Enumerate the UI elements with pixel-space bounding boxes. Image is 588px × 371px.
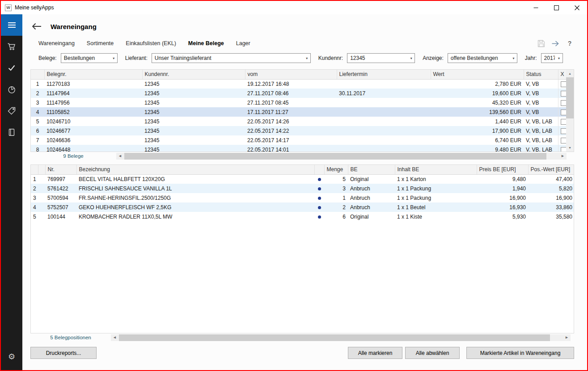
- col-belegnr[interactable]: Belegnr.: [44, 70, 142, 79]
- position-row[interactable]: 5 100144 KROMBACHER RADLER 11X0,5L MW 6 …: [31, 212, 574, 221]
- col-kundennr[interactable]: Kundennr.: [142, 70, 245, 79]
- close-button[interactable]: [567, 1, 587, 14]
- order-row[interactable]: 3 11147956 12345 27.11.2017 08:45 45,320…: [31, 98, 568, 107]
- positions-table: Nr. Bezeichnung Menge BE Inhalt BE Preis…: [31, 165, 574, 221]
- row-checkbox[interactable]: [561, 119, 567, 125]
- status-dot-icon: [318, 178, 321, 181]
- back-arrow-icon[interactable]: [30, 20, 43, 33]
- positions-table-panel: Nr. Bezeichnung Menge BE Inhalt BE Preis…: [30, 164, 574, 333]
- row-checkbox[interactable]: [561, 128, 567, 134]
- filterbar: Belege: Bestellungen▼ Lieferant: Unser T…: [30, 50, 574, 66]
- alle-abwaehlen-button[interactable]: Alle abwählen: [405, 347, 460, 359]
- orders-count-label: 9 Belege: [30, 153, 116, 159]
- row-checkbox[interactable]: [561, 110, 567, 115]
- position-row[interactable]: 2 5761422 FRISCHLI SAHNESAUCE VANILLA 1L…: [31, 184, 574, 193]
- app-logo-icon: W: [5, 4, 12, 11]
- kundennr-label: Kundennr:: [318, 55, 343, 61]
- app-window: W Meine sellyApps: [0, 0, 588, 371]
- belege-dropdown[interactable]: Bestellungen▼: [61, 53, 118, 63]
- order-row[interactable]: 1 11270183 12345 19.12.2017 16:48 2,780 …: [31, 79, 568, 89]
- col-preis[interactable]: Preis BE [EUR]: [477, 165, 528, 174]
- positions-footer: 5 Belegpositionen ◀ ▶: [30, 333, 574, 341]
- status-dot-icon: [318, 206, 321, 209]
- tab-einkaufslisten[interactable]: Einkaufslisten (EKL): [126, 40, 176, 46]
- cart-icon[interactable]: [1, 36, 22, 57]
- lieferant-label: Lieferant:: [125, 55, 148, 61]
- orders-vertical-scrollbar[interactable]: ▲ ▼: [566, 70, 574, 152]
- positions-header-row: Nr. Bezeichnung Menge BE Inhalt BE Preis…: [31, 165, 574, 174]
- order-row[interactable]: 2 11147964 12345 27.11.2017 08:46 30.11.…: [31, 89, 568, 98]
- save-icon[interactable]: [537, 39, 546, 48]
- position-row[interactable]: 3 5700594 FR.SAHNE-HERINGSFIL.2500/1250G…: [31, 193, 574, 202]
- scroll-down-icon[interactable]: ▼: [566, 144, 574, 152]
- scrollbar-thumb[interactable]: [566, 77, 574, 118]
- markierte-artikel-button[interactable]: Markierte Artikel in Wareneingang: [466, 347, 574, 359]
- order-row[interactable]: 7 10246636 12345 22.05.2017 14:17 6,740 …: [31, 135, 568, 145]
- druckreports-button[interactable]: Druckreports...: [30, 347, 97, 359]
- scrollbar-thumb[interactable]: [124, 153, 546, 160]
- kundennr-dropdown[interactable]: 12345▼: [347, 53, 415, 63]
- titlebar: W Meine sellyApps: [1, 1, 587, 14]
- scroll-right-icon[interactable]: ▶: [563, 334, 571, 341]
- order-row[interactable]: 5 10246710 12345 22.05.2017 14:26 1,440 …: [31, 117, 568, 126]
- tab-wareneingang[interactable]: Wareneingang: [38, 40, 75, 46]
- order-row[interactable]: 8 10246448 12345 22.05.2017 14:01 9,480 …: [31, 145, 568, 152]
- orders-horizontal-scrollbar[interactable]: ◀ ▶: [116, 153, 567, 160]
- jahr-dropdown[interactable]: 2017▼: [541, 53, 563, 63]
- scroll-right-icon[interactable]: ▶: [559, 153, 567, 160]
- checkmark-icon[interactable]: [1, 57, 22, 79]
- orders-table: Belegnr. Kundennr. vom Liefertermin Wert…: [31, 70, 568, 152]
- scrollbar-thumb[interactable]: [119, 334, 550, 341]
- col-menge[interactable]: Menge: [324, 165, 348, 174]
- action-bar: Druckreports... Alle markieren Alle abwä…: [30, 347, 574, 359]
- alle-markieren-button[interactable]: Alle markieren: [348, 347, 402, 359]
- orders-header-row: Belegnr. Kundennr. vom Liefertermin Wert…: [31, 70, 568, 79]
- position-row[interactable]: 1 769997 BECEL VITAL HALBFETT 120X20G 5 …: [31, 174, 574, 184]
- row-checkbox[interactable]: [561, 138, 567, 143]
- page-header: Wareneingang: [30, 14, 574, 37]
- catalog-book-icon[interactable]: [1, 122, 22, 143]
- scroll-left-icon[interactable]: ◀: [111, 334, 118, 341]
- belege-label: Belege:: [38, 55, 57, 61]
- col-wert[interactable]: Wert: [431, 70, 524, 79]
- positions-horizontal-scrollbar[interactable]: ◀ ▶: [111, 334, 571, 341]
- tab-meine-belege[interactable]: Meine Belege: [188, 40, 224, 46]
- main-content: Wareneingang Wareneingang Sortimente Ein…: [22, 14, 587, 370]
- col-bezeichnung[interactable]: Bezeichnung: [76, 165, 314, 174]
- row-checkbox[interactable]: [561, 147, 567, 152]
- row-checkbox[interactable]: [561, 100, 567, 106]
- col-status[interactable]: Status: [524, 70, 558, 79]
- lieferant-dropdown[interactable]: Unser Trainingslieferant▼: [152, 53, 311, 63]
- scroll-left-icon[interactable]: ◀: [116, 153, 124, 160]
- chevron-down-icon: ▼: [512, 57, 515, 60]
- settings-gear-icon[interactable]: ⚙: [1, 346, 22, 367]
- positions-count-label: 5 Belegpositionen: [30, 335, 111, 340]
- col-vom[interactable]: vom: [245, 70, 337, 79]
- pie-chart-icon[interactable]: [1, 79, 22, 100]
- forward-arrow-icon[interactable]: [551, 39, 560, 48]
- chevron-down-icon: ▼: [112, 57, 115, 60]
- tab-lager[interactable]: Lager: [236, 40, 250, 46]
- anzeige-dropdown[interactable]: offene Bestellungen▼: [448, 53, 517, 63]
- col-liefertermin[interactable]: Liefertermin: [337, 70, 431, 79]
- position-row[interactable]: 4 5752507 GEKO HUEHNERFLEISCH WF 2,5KG 2…: [31, 202, 574, 212]
- col-be[interactable]: BE: [348, 165, 395, 174]
- status-dot-icon: [318, 197, 321, 200]
- hamburger-menu-icon[interactable]: [1, 14, 22, 36]
- tab-sortimente[interactable]: Sortimente: [87, 40, 114, 46]
- chevron-down-icon: ▼: [410, 57, 413, 60]
- minimize-button[interactable]: [525, 1, 546, 14]
- row-checkbox[interactable]: [561, 81, 567, 87]
- price-tag-icon[interactable]: [1, 100, 22, 122]
- status-dot-icon: [318, 187, 321, 190]
- help-icon[interactable]: ?: [565, 39, 574, 48]
- col-nr[interactable]: Nr.: [45, 165, 76, 174]
- col-inhalt[interactable]: Inhalt BE: [395, 165, 477, 174]
- scroll-up-icon[interactable]: ▲: [566, 70, 574, 77]
- row-checkbox[interactable]: [561, 91, 567, 97]
- order-row[interactable]: 6 10246677 12345 22.05.2017 14:22 17,900…: [31, 126, 568, 135]
- page-title: Wareneingang: [51, 23, 97, 30]
- col-poswert[interactable]: Pos.-Wert [EUR]: [528, 165, 574, 174]
- maximize-button[interactable]: [546, 1, 567, 14]
- order-row-selected[interactable]: 4 11105852 12345 17.11.2017 11:27 139,56…: [31, 107, 568, 117]
